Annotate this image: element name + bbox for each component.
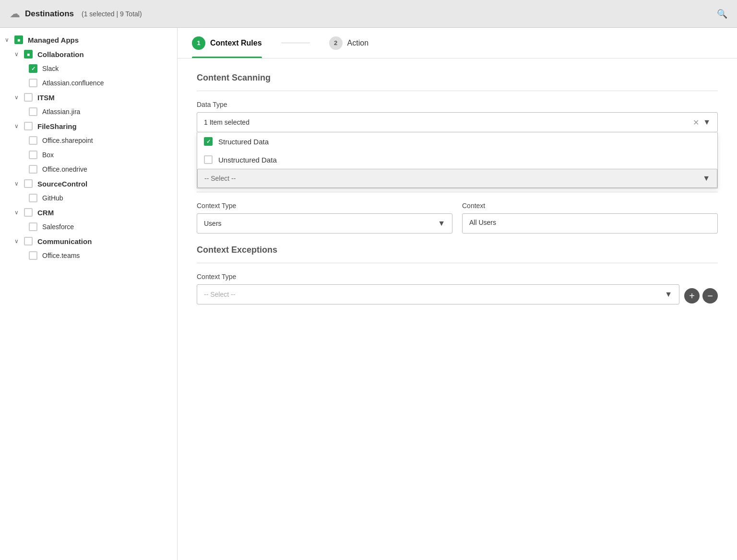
communication-label: Communication [37,237,92,245]
context-type-col: Context Type Users ▼ [197,202,452,233]
sidebar-item-slack[interactable]: Slack [0,61,177,76]
search-icon[interactable]: 🔍 [717,9,727,19]
checkbox-filesharing[interactable] [24,122,33,130]
unstructured-data-label: Unstructured Data [218,156,277,164]
slack-label: Slack [42,65,59,72]
add-button[interactable]: + [684,288,700,303]
chevron-icon: ∨ [5,36,12,43]
atlassian-jira-label: Atlassian.jira [42,108,80,116]
multiselect-trigger[interactable]: 1 Item selected ✕ ▼ [197,112,718,132]
context-exceptions-row: Context Type -- Select -- ▼ + − [197,273,718,304]
content-area: Content Scanning Data Type 1 Item select… [178,58,737,319]
checkbox-github[interactable] [29,194,37,202]
clear-button[interactable]: ✕ [693,118,699,127]
checkbox-box[interactable] [29,151,37,159]
sidebar-item-office-onedrive[interactable]: Office.onedrive [0,162,177,176]
checkbox-atlassian-jira[interactable] [29,107,37,116]
checkbox-office-onedrive[interactable] [29,165,37,174]
header: ☁ Destinations (1 selected | 9 Total) 🔍 [0,0,737,28]
context-exceptions-section: Context Exceptions Context Type -- Selec… [197,245,718,304]
context-value: All Users [462,213,718,233]
sidebar-item-communication[interactable]: ∨ Communication [0,234,177,248]
exceptions-select-arrow-icon[interactable]: ▼ [665,290,672,299]
structured-data-label: Structured Data [218,138,269,146]
sidebar-item-atlassian-jira[interactable]: Atlassian.jira [0,105,177,119]
sidebar: ∨ Managed Apps ∨ Collaboration Slack Atl… [0,28,178,560]
chevron-icon: ∨ [14,180,21,187]
tab-label-context-rules: Context Rules [210,39,262,47]
tab-connector [281,43,310,43]
sidebar-item-salesforce[interactable]: Salesforce [0,220,177,234]
context-type-select[interactable]: Users ▼ [197,213,452,233]
content-scanning-title: Content Scanning [197,73,718,83]
context-label: Context [462,202,718,210]
dropdown-arrow-icon[interactable]: ▼ [703,118,711,127]
github-label: GitHub [42,194,63,202]
tab-context-rules[interactable]: 1 Context Rules [192,28,262,58]
context-exceptions-title: Context Exceptions [197,245,718,255]
exceptions-context-type-col: Context Type -- Select -- ▼ [197,273,679,304]
checkbox-managed-apps[interactable] [14,35,23,44]
add-remove-buttons: + − [684,288,718,304]
section-divider-3 [197,263,718,263]
atlassian-confluence-label: Atlassian.confluence [42,79,104,87]
collaboration-label: Collaboration [37,50,84,58]
data-type-row: Data Type 1 Item selected ✕ ▼ Structured… [197,101,718,142]
checkbox-office-sharepoint[interactable] [29,136,37,145]
chevron-icon: ∨ [14,123,21,129]
context-type-arrow-icon[interactable]: ▼ [438,219,445,228]
data-type-label: Data Type [197,101,718,108]
checkbox-atlassian-confluence[interactable] [29,79,37,87]
itsm-label: ITSM [37,93,55,102]
sidebar-item-itsm[interactable]: ∨ ITSM [0,90,177,105]
main-layout: ∨ Managed Apps ∨ Collaboration Slack Atl… [0,28,737,560]
context-type-value: Users [204,220,438,227]
section-divider [197,91,718,91]
dropdown-option-structured[interactable]: Structured Data [197,132,717,151]
header-title: Destinations [25,9,74,19]
checkbox-salesforce[interactable] [29,222,37,231]
dropdown-option-unstructured[interactable]: Unstructured Data [197,151,717,169]
filesharing-label: FileSharing [37,122,77,130]
checkbox-sourcecontrol[interactable] [24,179,33,188]
checkbox-itsm[interactable] [24,93,33,102]
sourcecontrol-label: SourceControl [37,180,87,188]
office-teams-label: Office.teams [42,252,80,259]
context-type-label: Context Type [197,202,452,210]
select-dropdown[interactable]: -- Select -- ▼ [197,169,717,188]
tab-action[interactable]: 2 Action [329,28,368,58]
exceptions-select-placeholder: -- Select -- [204,291,665,298]
managed-apps-label: Managed Apps [28,36,79,44]
remove-button[interactable]: − [702,288,718,303]
select-arrow-icon[interactable]: ▼ [702,174,710,183]
sidebar-item-managed-apps[interactable]: ∨ Managed Apps [0,33,177,47]
sidebar-item-atlassian-confluence[interactable]: Atlassian.confluence [0,76,177,90]
tab-circle-1: 1 [192,36,205,50]
sidebar-item-office-sharepoint[interactable]: Office.sharepoint [0,133,177,148]
selected-text: 1 Item selected [204,118,693,126]
sidebar-item-sourcecontrol[interactable]: ∨ SourceControl [0,176,177,191]
office-onedrive-label: Office.onedrive [42,165,87,173]
checkbox-crm[interactable] [24,208,33,217]
checkbox-unstructured[interactable] [204,155,213,164]
checkbox-communication[interactable] [24,237,33,245]
checkbox-collaboration[interactable] [24,50,33,58]
checkbox-slack[interactable] [29,64,37,73]
tabs-bar: 1 Context Rules 2 Action [178,28,737,58]
sidebar-item-office-teams[interactable]: Office.teams [0,248,177,263]
header-subtitle: (1 selected | 9 Total) [82,10,142,18]
sidebar-item-crm[interactable]: ∨ CRM [0,205,177,220]
salesforce-label: Salesforce [42,223,74,231]
section-divider-2 [197,192,718,192]
exceptions-context-type-select[interactable]: -- Select -- ▼ [197,284,679,304]
sidebar-item-github[interactable]: GitHub [0,191,177,205]
checkbox-office-teams[interactable] [29,251,37,260]
multiselect-dropdown: Structured Data Unstructured Data -- Sel… [197,132,718,188]
sidebar-item-box[interactable]: Box [0,148,177,162]
sidebar-item-collaboration[interactable]: ∨ Collaboration [0,47,177,61]
select-placeholder: -- Select -- [204,175,702,182]
sidebar-item-filesharing[interactable]: ∨ FileSharing [0,119,177,133]
tab-label-action: Action [347,39,368,47]
chevron-icon: ∨ [14,209,21,216]
checkbox-structured[interactable] [204,137,213,146]
